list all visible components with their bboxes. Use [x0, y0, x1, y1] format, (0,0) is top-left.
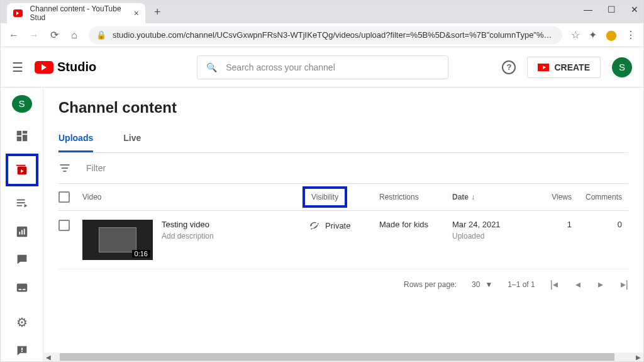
reload-icon[interactable]: ⟳ — [48, 29, 60, 41]
lock-icon: 🔒 — [96, 30, 106, 40]
comments-icon — [15, 252, 29, 266]
address-bar[interactable]: 🔒 studio.youtube.com/channel/UCsvGxwpnFR… — [89, 26, 562, 44]
window-minimize-icon[interactable]: — — [584, 4, 592, 14]
analytics-icon — [15, 225, 29, 239]
youtube-icon — [35, 61, 53, 74]
svg-rect-13 — [21, 230, 23, 234]
tab-uploads[interactable]: Uploads — [58, 133, 93, 152]
extensions-icon[interactable]: ✦ — [589, 29, 597, 41]
filter-icon — [58, 162, 71, 174]
forward-icon[interactable]: → — [28, 30, 40, 41]
visibility-private-icon — [309, 220, 320, 231]
col-visibility[interactable]: Visibility — [309, 193, 379, 201]
svg-rect-6 — [16, 164, 25, 166]
col-date[interactable]: Date↓ — [452, 193, 538, 201]
extension-badge-icon[interactable]: ⬤ — [606, 29, 617, 41]
next-page-icon[interactable]: ▸ — [598, 278, 603, 290]
studio-logo[interactable]: Studio — [35, 60, 96, 74]
sidebar: S ⚙ — [1, 88, 43, 361]
col-restrictions[interactable]: Restrictions — [379, 193, 452, 201]
gear-icon: ⚙ — [16, 315, 28, 330]
filter-bar[interactable]: Filter — [58, 153, 628, 184]
table-header: Video Visibility Restrictions Date↓ View… — [58, 184, 628, 211]
svg-rect-9 — [16, 205, 21, 206]
sort-desc-icon: ↓ — [471, 193, 475, 201]
sidebar-feedback[interactable] — [9, 339, 35, 361]
table-row[interactable]: 0:16 Testing video Add description Priva… — [58, 211, 628, 269]
svg-rect-21 — [62, 167, 68, 169]
scroll-left-icon[interactable]: ◀ — [43, 354, 53, 361]
rows-per-page-label: Rows per page: — [404, 280, 457, 289]
rows-per-page-select[interactable]: 30 ▼ — [472, 280, 492, 289]
sidebar-dashboard[interactable] — [9, 125, 35, 147]
scrollbar-thumb[interactable] — [60, 353, 614, 361]
browser-toolbar: ← → ⟳ ⌂ 🔒 studio.youtube.com/channel/UCs… — [1, 23, 643, 47]
svg-rect-3 — [16, 137, 21, 141]
comments-value: 0 — [572, 220, 622, 229]
video-thumbnail[interactable]: 0:16 — [82, 220, 153, 260]
star-icon[interactable]: ☆ — [571, 29, 580, 41]
browser-tab[interactable]: Channel content - YouTube Stud × — [7, 3, 145, 23]
highlight-content-nav — [6, 154, 38, 186]
sidebar-subtitles[interactable] — [9, 277, 35, 299]
channel-avatar[interactable]: S — [12, 95, 32, 113]
first-page-icon[interactable]: |◂ — [550, 278, 558, 290]
svg-rect-15 — [16, 284, 27, 292]
svg-rect-2 — [22, 135, 26, 141]
account-avatar[interactable]: S — [612, 57, 632, 77]
url-text: studio.youtube.com/channel/UCsvGxwpnFRsN… — [113, 30, 555, 40]
window-maximize-icon[interactable]: ☐ — [608, 4, 616, 14]
prev-page-icon[interactable]: ◂ — [575, 278, 580, 290]
sidebar-content[interactable] — [9, 157, 35, 183]
create-icon — [538, 64, 549, 71]
row-checkbox[interactable] — [58, 220, 70, 231]
menu-icon[interactable]: ☰ — [12, 60, 23, 75]
logo-text: Studio — [57, 60, 96, 74]
svg-rect-7 — [16, 200, 25, 201]
svg-marker-10 — [24, 204, 27, 208]
content-tabs: Uploads Live — [58, 133, 628, 153]
search-placeholder: Search across your channel — [226, 62, 335, 72]
sidebar-comments[interactable] — [9, 249, 35, 271]
playlist-icon — [15, 196, 29, 210]
page-range: 1–1 of 1 — [508, 280, 535, 289]
restrictions-value: Made for kids — [379, 220, 452, 229]
dashboard-icon — [15, 129, 29, 143]
col-comments[interactable]: Comments — [572, 193, 622, 201]
col-views[interactable]: Views — [538, 193, 572, 201]
scroll-right-icon[interactable]: ▶ — [633, 354, 643, 361]
tab-close-icon[interactable]: × — [134, 8, 139, 18]
subtitles-icon — [15, 281, 29, 295]
browser-tabstrip: Channel content - YouTube Stud × + — ☐ ✕ — [1, 1, 643, 23]
create-button[interactable]: CREATE — [527, 57, 601, 78]
highlight-visibility-col: Visibility — [303, 186, 347, 208]
visibility-value: Private — [325, 221, 350, 230]
video-title[interactable]: Testing video — [162, 220, 214, 229]
search-input[interactable]: 🔍 Search across your channel — [197, 55, 448, 79]
chevron-down-icon: ▼ — [485, 280, 492, 289]
svg-rect-20 — [60, 164, 70, 166]
sidebar-settings[interactable]: ⚙ — [9, 312, 35, 334]
tab-live[interactable]: Live — [123, 133, 141, 152]
sidebar-playlists[interactable] — [9, 193, 35, 215]
window-close-icon[interactable]: ✕ — [631, 4, 638, 14]
new-tab-button[interactable]: + — [145, 6, 170, 19]
svg-rect-14 — [23, 229, 25, 234]
col-video[interactable]: Video — [82, 193, 309, 201]
filter-label: Filter — [86, 163, 106, 173]
svg-rect-19 — [21, 351, 23, 352]
help-icon[interactable]: ? — [502, 60, 516, 74]
page-title: Channel content — [58, 99, 628, 116]
svg-rect-1 — [22, 131, 26, 134]
sidebar-analytics[interactable] — [9, 220, 35, 242]
home-icon[interactable]: ⌂ — [69, 30, 80, 41]
back-icon[interactable]: ← — [8, 30, 19, 41]
svg-rect-12 — [19, 232, 20, 235]
feedback-icon — [15, 344, 29, 358]
select-all-checkbox[interactable] — [58, 191, 70, 203]
horizontal-scrollbar[interactable]: ◀ ▶ — [43, 353, 643, 361]
browser-menu-icon[interactable]: ⋮ — [626, 29, 636, 41]
last-page-icon[interactable]: ▸| — [621, 278, 628, 290]
content-icon — [15, 163, 29, 177]
video-description[interactable]: Add description — [162, 232, 214, 240]
